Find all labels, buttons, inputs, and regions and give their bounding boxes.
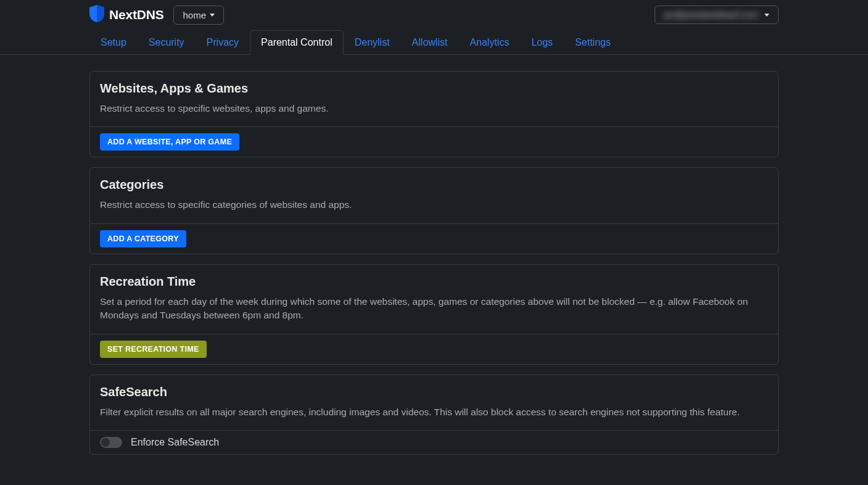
- nav-privacy[interactable]: Privacy: [196, 30, 250, 55]
- card-title: Websites, Apps & Games: [100, 81, 768, 96]
- nav-logs[interactable]: Logs: [520, 30, 564, 55]
- nav-security[interactable]: Security: [138, 30, 196, 55]
- main-nav: Setup Security Privacy Parental Control …: [89, 30, 779, 54]
- profile-selector-label: home: [183, 10, 206, 20]
- enforce-safesearch-toggle[interactable]: [100, 437, 122, 448]
- brand-name: NextDNS: [109, 7, 163, 22]
- recreation-time-card: Recreation Time Set a period for each da…: [89, 264, 779, 365]
- caret-down-icon: [210, 14, 215, 17]
- add-website-app-game-button[interactable]: ADD A WEBSITE, APP OR GAME: [100, 133, 239, 151]
- account-menu[interactable]: pix@pixelateddwarf.com: [655, 6, 779, 24]
- nav-parental-control[interactable]: Parental Control: [250, 30, 344, 55]
- nav-setup[interactable]: Setup: [89, 30, 138, 55]
- nav-denylist[interactable]: Denylist: [344, 30, 401, 55]
- card-title: Categories: [100, 178, 768, 192]
- safesearch-card: SafeSearch Filter explicit results on al…: [89, 375, 779, 455]
- shield-icon: [89, 5, 104, 25]
- nav-settings[interactable]: Settings: [564, 30, 622, 55]
- add-category-button[interactable]: ADD A CATEGORY: [100, 230, 186, 247]
- profile-selector[interactable]: home: [173, 6, 224, 25]
- nav-analytics[interactable]: Analytics: [458, 30, 520, 55]
- categories-card: Categories Restrict access to specific c…: [89, 167, 779, 254]
- card-description: Restrict access to specific categories o…: [100, 198, 768, 212]
- set-recreation-time-button[interactable]: SET RECREATION TIME: [100, 341, 207, 358]
- toggle-knob: [101, 438, 110, 447]
- card-description: Filter explicit results on all major sea…: [100, 405, 768, 419]
- websites-apps-games-card: Websites, Apps & Games Restrict access t…: [89, 71, 779, 157]
- account-email: pix@pixelateddwarf.com: [664, 10, 758, 20]
- card-description: Restrict access to specific websites, ap…: [100, 102, 768, 115]
- toggle-label: Enforce SafeSearch: [131, 437, 219, 448]
- nav-allowlist[interactable]: Allowlist: [401, 30, 459, 55]
- card-description: Set a period for each day of the week du…: [100, 295, 768, 323]
- card-title: Recreation Time: [100, 275, 768, 289]
- brand[interactable]: NextDNS: [89, 5, 163, 25]
- card-title: SafeSearch: [100, 385, 768, 399]
- caret-down-icon: [764, 14, 769, 17]
